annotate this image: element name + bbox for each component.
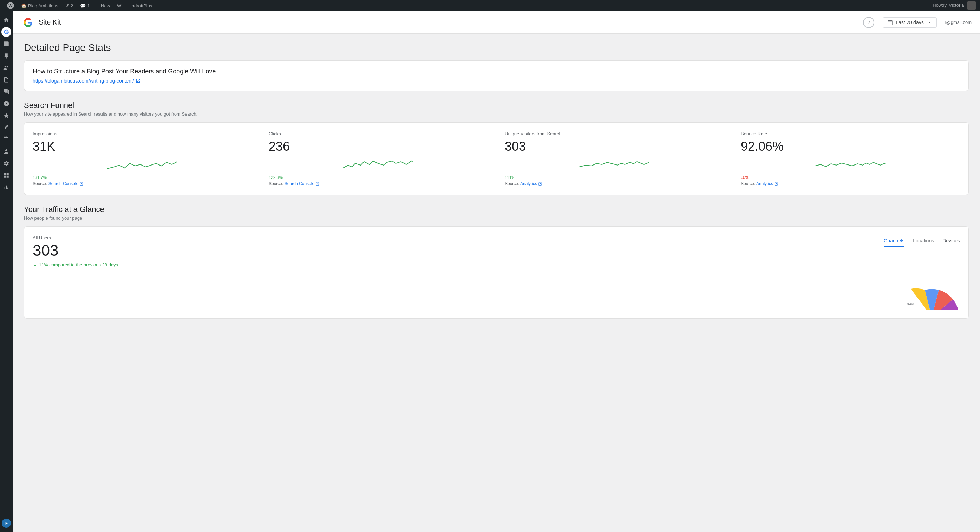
traffic-change-percent: 11% [39,262,48,268]
traffic-subtitle: How people found your page. [24,215,969,221]
unique-visitors-source-link[interactable]: Analytics [520,181,542,186]
impressions-sparkline [33,158,251,172]
unique-visitors-stat: Unique Visitors from Search 303 ↑11% Sou… [496,123,732,195]
sidebar-wrench-icon[interactable] [0,121,13,134]
bounce-rate-source: Source: Analytics [741,181,960,186]
sitekit-header-right: ? Last 28 days i@gmail.com [863,17,972,28]
impressions-source-link[interactable]: Search Console [48,181,84,186]
sidebar-comments-icon[interactable] [0,86,13,98]
admin-bar-new[interactable]: + New [94,0,113,11]
all-users-label: All Users [33,235,118,241]
clicks-sparkline [269,158,488,172]
bounce-rate-value: 92.06% [741,139,960,154]
sidebar-tools-icon[interactable] [0,98,13,110]
sidebar-user-icon[interactable] [0,145,13,158]
impressions-value: 31K [33,139,251,154]
clicks-value: 236 [269,139,488,154]
sidebar-settings-icon[interactable] [0,158,13,169]
tab-devices[interactable]: Devices [942,235,960,247]
admin-bar-updraftplus[interactable]: UpdraftPlus [126,0,155,11]
traffic-section: Your Traffic at a Glance How people foun… [24,205,969,319]
svg-text:5.6%: 5.6% [907,302,915,305]
traffic-value: 303 [33,242,118,259]
analytics-link-icon-1 [538,182,542,186]
traffic-header: All Users 303 11% compared to the previo… [33,235,960,268]
admin-bar-updates[interactable]: ↺ 2 [62,0,76,11]
bounce-rate-source-link[interactable]: Analytics [756,181,778,186]
tab-locations[interactable]: Locations [913,235,934,247]
sitekit-header: Site Kit ? Last 28 days i@gmail.com [13,11,980,34]
sidebar-play-icon[interactable] [0,517,13,529]
date-range-label: Last 28 days [896,20,923,25]
traffic-title: Your Traffic at a Glance [24,205,969,214]
bounce-rate-stat: Bounce Rate 92.06% ↓0% Source: Analytics [732,123,969,195]
admin-bar-wp-logo[interactable]: W [4,0,17,11]
search-funnel-subtitle: How your site appeared in Search results… [24,111,969,117]
traffic-change-suffix: compared to the previous 28 days [49,262,118,268]
sitekit-logo: Site Kit [21,16,61,30]
pie-chart-partial: 5.6% [904,275,960,310]
wp-logo-icon: W [7,2,14,9]
traffic-change-text: 11% compared to the previous 28 days [33,262,118,268]
plus-icon: + [97,3,99,8]
stats-card: Impressions 31K ↑31.7% Source: Search Co… [24,122,969,195]
clicks-source: Source: Search Console [269,181,488,186]
sidebar-google-g-icon[interactable] [2,27,11,37]
play-circle-icon[interactable] [2,519,11,528]
admin-bar-comments[interactable]: 💬 1 [77,0,92,11]
chevron-down-icon [927,20,932,25]
sidebar-starred-icon[interactable] [0,110,13,121]
arrow-up-icon [33,263,38,268]
search-funnel-section: Search Funnel How your site appeared in … [24,101,969,195]
calendar-icon [887,20,893,25]
unique-visitors-source: Source: Analytics [505,181,724,186]
clicks-stat: Clicks 236 ↑22.3% Source: Search Console [260,123,496,195]
sidebar [0,11,13,532]
chart-area: 5.6% [33,275,960,310]
unique-visitors-sparkline [505,158,724,172]
clicks-source-link[interactable]: Search Console [285,181,320,186]
article-url[interactable]: https://blogambitious.com/writing-blog-c… [33,78,960,84]
help-button[interactable]: ? [863,17,874,28]
impressions-stat: Impressions 31K ↑31.7% Source: Search Co… [24,123,260,195]
bounce-rate-change: ↓0% [741,175,960,180]
unique-visitors-value: 303 [505,139,724,154]
date-range-button[interactable]: Last 28 days [883,17,937,28]
tab-channels[interactable]: Channels [884,235,904,247]
comments-icon: 💬 [80,3,86,8]
sidebar-analytics-icon[interactable] [0,38,13,50]
search-console-link-icon [80,182,83,186]
sidebar-users-icon[interactable] [0,62,13,74]
user-avatar-icon [967,2,976,10]
bounce-rate-sparkline [741,158,960,172]
impressions-source: Source: Search Console [33,181,251,186]
clicks-change: ↑22.3% [269,175,488,180]
user-email: i@gmail.com [945,20,972,25]
analytics-link-icon-2 [774,182,778,186]
clicks-console-link-icon [315,182,319,186]
sidebar-bar-chart-icon[interactable] [0,181,13,193]
admin-bar-items: W 🏠 Blog Ambitious ↺ 2 💬 1 + New W Updra… [4,0,932,11]
sitekit-title: Site Kit [39,18,61,26]
updates-icon: ↺ [65,3,69,8]
sidebar-pages-icon[interactable] [0,74,13,86]
admin-bar-site-name[interactable]: 🏠 Blog Ambitious [18,0,61,11]
admin-bar-wp-icon[interactable]: W [114,0,124,11]
sidebar-grid-icon[interactable] [0,169,13,181]
sidebar-home-icon[interactable] [0,14,13,26]
wp-shield-icon: W [117,3,121,8]
external-link-icon [135,78,140,83]
traffic-card: All Users 303 11% compared to the previo… [24,226,969,319]
sidebar-tools2-icon[interactable] [0,134,13,145]
search-funnel-title: Search Funnel [24,101,969,110]
impressions-label: Impressions [33,131,251,136]
unique-visitors-change: ↑11% [505,175,724,180]
bounce-rate-label: Bounce Rate [741,131,960,136]
content-area: Detailed Page Stats How to Structure a B… [13,34,980,532]
sidebar-pin-icon[interactable] [0,50,13,62]
traffic-left: All Users 303 11% compared to the previo… [33,235,118,268]
google-g-logo [21,16,35,30]
main-wrapper: Site Kit ? Last 28 days i@gmail.com Deta… [13,11,980,532]
unique-visitors-label: Unique Visitors from Search [505,131,724,136]
clicks-label: Clicks [269,131,488,136]
